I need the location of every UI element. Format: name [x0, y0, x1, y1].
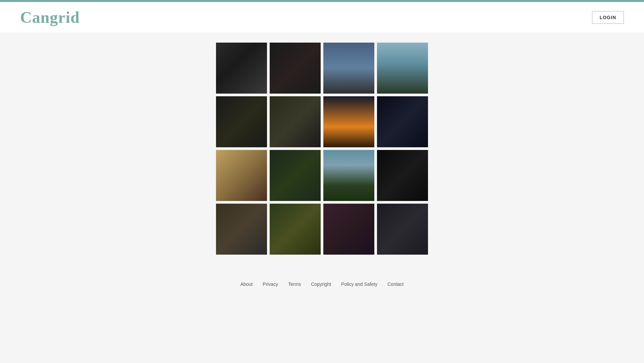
photo-item-15[interactable] — [323, 204, 374, 255]
photo-item-7[interactable] — [323, 96, 374, 147]
photo-item-9[interactable] — [216, 150, 267, 201]
photo-item-5[interactable] — [216, 96, 267, 147]
photo-item-16[interactable] — [377, 204, 428, 255]
photo-item-4[interactable] — [377, 43, 428, 94]
footer-link-terms[interactable]: Terms — [288, 281, 301, 287]
photo-item-13[interactable] — [216, 204, 267, 255]
photo-item-1[interactable] — [216, 43, 267, 94]
site-footer: AboutPrivacyTermsCopyrightPolicy and Saf… — [0, 271, 644, 300]
photo-grid — [216, 43, 428, 255]
logo: Cangrid — [20, 8, 80, 27]
photo-item-8[interactable] — [377, 96, 428, 147]
photo-item-12[interactable] — [377, 150, 428, 201]
photo-item-2[interactable] — [270, 43, 321, 94]
photo-item-6[interactable] — [270, 96, 321, 147]
footer-link-about[interactable]: About — [240, 281, 253, 287]
footer-link-policy-and-safety[interactable]: Policy and Safety — [341, 281, 377, 287]
footer-link-copyright[interactable]: Copyright — [311, 281, 331, 287]
photo-item-3[interactable] — [323, 43, 374, 94]
photo-item-10[interactable] — [270, 150, 321, 201]
photo-item-14[interactable] — [270, 204, 321, 255]
footer-link-privacy[interactable]: Privacy — [263, 281, 278, 287]
footer-link-contact[interactable]: Contact — [387, 281, 404, 287]
site-header: Cangrid LOGIN — [0, 2, 644, 33]
photo-item-11[interactable] — [323, 150, 374, 201]
main-content — [0, 33, 644, 271]
login-button[interactable]: LOGIN — [592, 11, 624, 24]
